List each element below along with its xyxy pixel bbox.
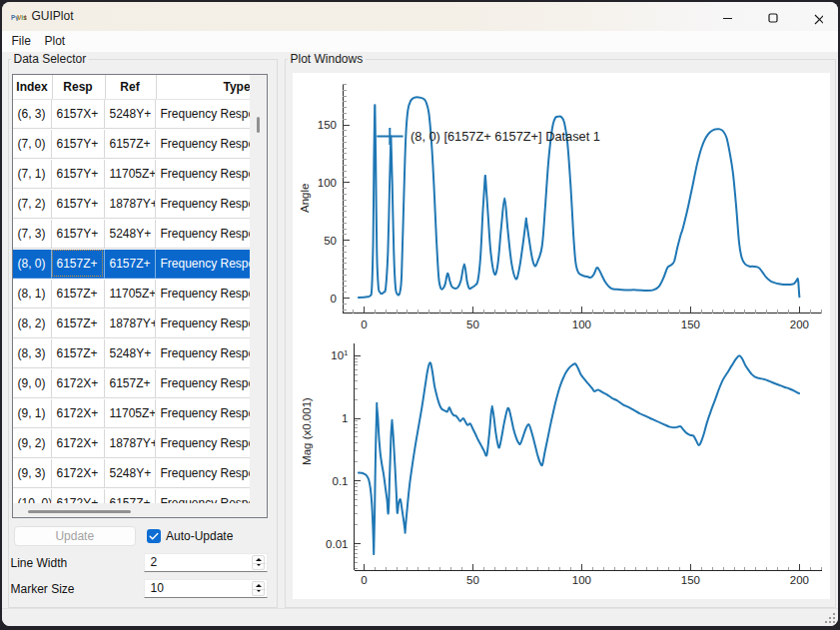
svg-text:200: 200 [789,318,808,330]
svg-text:150: 150 [680,318,699,330]
svg-text:50: 50 [466,318,479,330]
svg-text:150: 150 [317,119,336,131]
svg-text:0: 0 [330,293,336,305]
svg-text:100: 100 [571,318,590,330]
svg-text:150: 150 [680,574,699,586]
svg-text:ta: ta [24,14,27,21]
svg-text:1: 1 [342,412,348,424]
svg-text:50: 50 [466,574,479,586]
svg-text:Angle: Angle [298,184,310,213]
svg-text:50: 50 [324,235,337,247]
svg-text:101: 101 [331,348,349,361]
svg-text:Mag (x0.001): Mag (x0.001) [300,397,312,465]
svg-text:0.01: 0.01 [326,538,348,550]
svg-text:0: 0 [361,574,367,586]
svg-text:(8, 0) [6157Z+ 6157Z+] Dataset: (8, 0) [6157Z+ 6157Z+] Dataset 1 [411,129,600,144]
svg-text:200: 200 [789,574,808,586]
svg-text:0: 0 [361,318,367,330]
svg-text:0.1: 0.1 [332,475,348,487]
svg-text:100: 100 [317,177,336,189]
svg-text:100: 100 [571,574,590,586]
